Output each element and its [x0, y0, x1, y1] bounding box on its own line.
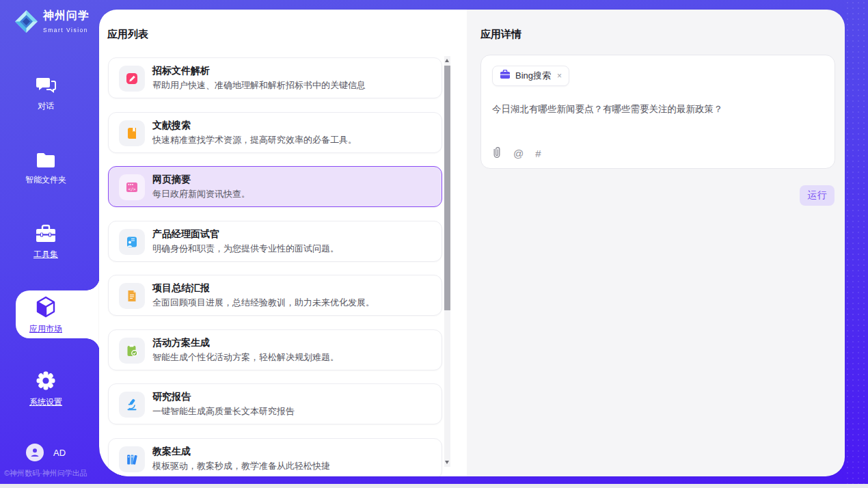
app-desc: 模板驱动，教案秒成，教学准备从此轻松快捷: [152, 460, 330, 472]
paperclip-icon[interactable]: [492, 146, 502, 161]
app-card-lesson-plan[interactable]: 教案生成 模板驱动，教案秒成，教学准备从此轻松快捷: [108, 438, 442, 477]
edit-document-icon: [119, 66, 145, 92]
app-list-scrollbar[interactable]: [444, 56, 450, 467]
cube-icon: [36, 308, 56, 320]
sidebar-item-label: 对话: [0, 100, 92, 112]
run-button[interactable]: 运行: [800, 185, 835, 206]
brand-tagline: Smart Vision: [43, 27, 88, 33]
user-account[interactable]: AD: [26, 444, 66, 461]
app-name: 文献搜索: [152, 120, 191, 132]
hash-tag-icon[interactable]: #: [535, 148, 541, 160]
tab-fillet-top: [86, 277, 100, 290]
svg-text:</>: </>: [128, 187, 135, 191]
app-desc: 快速精准查找学术资源，提高研究效率的必备工具。: [152, 134, 357, 146]
app-frame: 神州问学 Smart Vision 对话 智能文件夹: [0, 0, 868, 484]
app-name: 项目总结汇报: [152, 282, 210, 295]
app-desc: 帮助用户快速、准确地理解和解析招标书中的关键信息: [152, 79, 366, 92]
at-mention-icon[interactable]: @: [513, 148, 524, 160]
gear-icon: [36, 370, 56, 394]
app-desc: 明确身份和职责，为您提供专业性的面试问题。: [152, 243, 339, 255]
app-name: 研究报告: [152, 391, 191, 403]
main-content: 应用列表 招标文件解析 帮助用户快速、准确地理解和解析招标书中的关键信息: [99, 10, 845, 476]
query-text-input[interactable]: 今日湖北有哪些新闻要点？有哪些需要关注的最新政策？: [492, 103, 820, 116]
app-card-pm-interviewer[interactable]: 产品经理面试官 明确身份和职责，为您提供专业性的面试问题。: [108, 221, 442, 262]
app-name: 教案生成: [152, 446, 191, 458]
app-detail-title: 应用详情: [480, 28, 521, 41]
app-card-research-report[interactable]: 研究报告 一键智能生成高质量长文本研究报告: [108, 383, 442, 424]
folder-icon: [36, 152, 56, 172]
browser-code-icon: </>: [119, 174, 145, 200]
user-name: AD: [53, 448, 66, 458]
microscope-icon: [119, 392, 145, 418]
dot-pattern-decoration: [845, 0, 868, 484]
app-list-title: 应用列表: [107, 28, 148, 41]
report-document-icon: [119, 283, 145, 309]
app-desc: 智能生成个性化活动方案，轻松解决规划难题。: [152, 351, 339, 364]
scroll-up-arrow-icon[interactable]: [445, 59, 449, 62]
app-name: 活动方案生成: [152, 337, 210, 349]
book-icon: [119, 120, 145, 146]
books-icon: [119, 446, 145, 472]
sidebar-item-smart-folder[interactable]: 智能文件夹: [0, 152, 92, 186]
app-desc: 一键智能生成高质量长文本研究报告: [152, 405, 295, 418]
app-list-panel: 应用列表 招标文件解析 帮助用户快速、准确地理解和解析招标书中的关键信息: [99, 10, 467, 476]
sidebar-item-label: 系统设置: [0, 396, 92, 408]
scroll-down-arrow-icon[interactable]: [445, 461, 449, 464]
app-desc: 全面回顾项目进展，总结经验教训，助力未来优化发展。: [152, 297, 375, 309]
app-card-event-plan[interactable]: 活动方案生成 智能生成个性化活动方案，轻松解决规划难题。: [108, 329, 442, 370]
avatar: [26, 444, 44, 461]
app-name: 产品经理面试官: [152, 228, 219, 241]
app-name: 网页摘要: [152, 174, 191, 186]
sidebar-item-chat[interactable]: 对话: [0, 77, 92, 112]
brand-logo: 神州问学 Smart Vision: [14, 9, 99, 37]
page-bottom-strip: [0, 484, 868, 488]
presenter-icon: [119, 229, 145, 255]
tool-tag-bing-search[interactable]: Bing搜索 ×: [492, 66, 569, 86]
tab-fillet-bottom: [86, 338, 100, 352]
chat-icon: [36, 77, 56, 98]
sidebar: 神州问学 Smart Vision 对话 智能文件夹: [0, 0, 99, 484]
app-card-bid-parse[interactable]: 招标文件解析 帮助用户快速、准确地理解和解析招标书中的关键信息: [108, 57, 442, 98]
app-card-project-summary[interactable]: 项目总结汇报 全面回顾项目进展，总结经验教训，助力未来优化发展。: [108, 275, 442, 316]
brand-name: 神州问学: [43, 10, 90, 21]
app-card-literature-search[interactable]: 文献搜索 快速精准查找学术资源，提高研究效率的必备工具。: [108, 112, 442, 153]
sidebar-item-label: 应用市场: [16, 323, 76, 335]
toolbox-icon: [35, 224, 57, 246]
attachment-toolbar: @ #: [492, 146, 541, 161]
app-card-list: 招标文件解析 帮助用户快速、准确地理解和解析招标书中的关键信息 文献搜索 快速精…: [108, 57, 442, 476]
copyright-footer: ©神州数码·神州问学出品: [4, 468, 99, 478]
sidebar-item-label: 工具集: [0, 249, 92, 260]
briefcase-icon: [500, 70, 511, 82]
scrollbar-thumb[interactable]: [444, 66, 450, 310]
clipboard-check-icon: [119, 338, 145, 364]
sidebar-item-label: 智能文件夹: [0, 174, 92, 186]
sidebar-item-app-market-active[interactable]: 应用市场: [16, 290, 100, 338]
tool-tag-label: Bing搜索: [515, 70, 551, 82]
app-name: 招标文件解析: [152, 65, 210, 77]
query-editor-card[interactable]: Bing搜索 × 今日湖北有哪些新闻要点？有哪些需要关注的最新政策？ @ #: [480, 55, 835, 169]
app-card-web-summary[interactable]: </> 网页摘要 每日政府新闻资讯快查。: [108, 166, 442, 207]
sidebar-item-settings[interactable]: 系统设置: [0, 370, 92, 408]
close-icon[interactable]: ×: [557, 71, 562, 81]
app-detail-panel: 应用详情 Bing搜索 × 今日湖北有哪些新闻要点？有哪些需要关注的最新政策？: [467, 10, 845, 476]
app-desc: 每日政府新闻资讯快查。: [152, 188, 250, 200]
brand-diamond-icon: [14, 9, 39, 37]
sidebar-item-toolset[interactable]: 工具集: [0, 224, 92, 260]
